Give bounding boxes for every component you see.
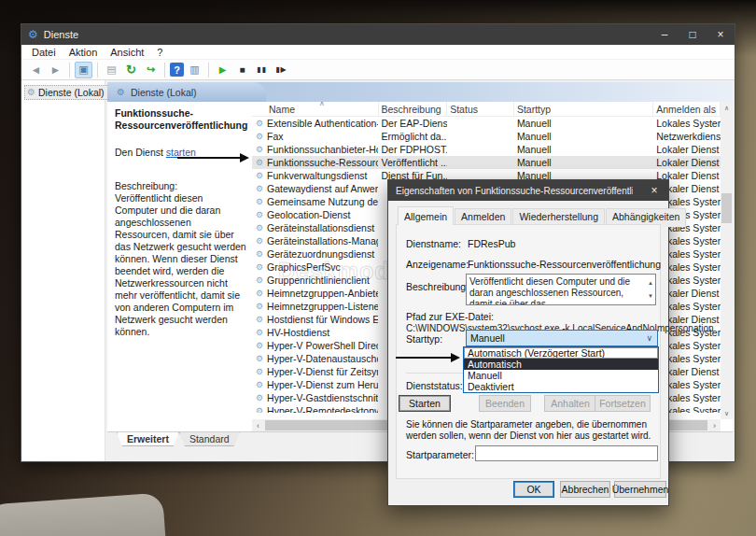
- show-description-icon[interactable]: ▥: [186, 62, 203, 78]
- close-button[interactable]: ×: [707, 24, 735, 45]
- back-icon[interactable]: ◄: [27, 62, 45, 78]
- service-icon: ⚙: [256, 289, 263, 298]
- vertical-scrollbar[interactable]: ∧ ∨: [721, 102, 733, 419]
- forward-icon[interactable]: ►: [47, 62, 64, 78]
- service-name-cell: ⚙Gerätezuordnungsdienst: [252, 248, 378, 260]
- maximize-button[interactable]: □: [679, 24, 707, 45]
- service-name: Funktionssuchanbieter-Host: [267, 144, 378, 155]
- service-name: Extensible Authentication-P...: [267, 118, 378, 129]
- dialog-titlebar: Eigenschaften von Funktionssuche-Ressour…: [388, 180, 668, 201]
- scroll-up-icon[interactable]: ∧: [721, 102, 733, 114]
- column-label: Anmelden als: [656, 104, 716, 115]
- service-name-cell: ⚙Heimnetzgruppen-Listener: [252, 301, 378, 312]
- service-cell: Manuell: [514, 131, 653, 142]
- dropdown-option-deaktiviert[interactable]: Deaktiviert: [464, 381, 658, 392]
- desk-object: [0, 492, 166, 536]
- starttyp-combobox[interactable]: Manuell ∨: [466, 330, 658, 346]
- service-cell: Veröffentlicht ...: [378, 157, 447, 168]
- startparameter-hint: Sie können die Startparameter angeben, d…: [406, 419, 654, 442]
- service-name-cell: ⚙Hyper-V-Gastdienstschnitts...: [252, 392, 378, 403]
- service-icon: ⚙: [256, 329, 263, 337]
- service-name: Gemeinsame Nutzung der I...: [267, 196, 378, 207]
- dropdown-option-automatisch[interactable]: Automatisch: [464, 359, 658, 370]
- toolbar: ◄►▣▤↻↪?▥▶■▮▮▮▶: [21, 60, 735, 80]
- column-label: Name: [269, 104, 295, 115]
- service-icon: ⚙: [256, 407, 263, 414]
- pause-service-icon[interactable]: ▮▮: [253, 62, 271, 78]
- service-row[interactable]: ⚙Funktionssuche-Ressource...Veröffentlic…: [252, 156, 721, 169]
- service-name-cell: ⚙Hyper-V-Dienst für Zeitsync...: [252, 366, 378, 377]
- view-tab-erweitert[interactable]: Erweitert: [117, 432, 179, 446]
- beschreibung-textarea[interactable]: Veröffentlicht diesen Computer und die d…: [466, 274, 656, 305]
- service-name: Hyper-V-Gastdienstschnitts...: [267, 392, 378, 403]
- service-row[interactable]: ⚙FaxErmöglicht da...ManuellNetzwerkdiens…: [252, 130, 721, 143]
- ok-button[interactable]: OK: [513, 481, 554, 498]
- panel-header-bar: ⚙ Dienste (Lokal): [107, 82, 733, 102]
- column-label: Starttyp: [517, 104, 551, 115]
- column-header-name[interactable]: Name∧: [252, 102, 379, 116]
- dialog-close-button[interactable]: ×: [640, 180, 668, 201]
- service-row[interactable]: ⚙Extensible Authentication-P...Der EAP-D…: [252, 117, 721, 130]
- service-icon: ⚙: [256, 368, 263, 376]
- starttyp-value: Manuell: [470, 332, 505, 344]
- scroll-down-icon[interactable]: ∨: [721, 407, 733, 419]
- service-name: Hyper-V-Remotedesktopvir...: [267, 405, 378, 413]
- menu-hilfe[interactable]: ?: [150, 47, 169, 58]
- menu-aktion[interactable]: Aktion: [63, 47, 105, 58]
- service-icon: ⚙: [256, 342, 263, 350]
- startparameter-input[interactable]: [475, 445, 658, 461]
- help-icon[interactable]: ?: [170, 63, 184, 77]
- service-icon: ⚙: [256, 355, 263, 363]
- show-console-window-icon[interactable]: ▣: [75, 62, 92, 78]
- export-list-icon[interactable]: ↪: [142, 62, 160, 78]
- service-icon: ⚙: [256, 198, 263, 206]
- panel-tab-label: Dienste (Lokal): [131, 87, 197, 98]
- dialog-tab-allgemein[interactable]: Allgemein: [398, 206, 454, 225]
- beschreibung-text: Veröffentlicht diesen Computer und die d…: [469, 276, 630, 305]
- starten-button[interactable]: Starten: [399, 395, 451, 412]
- vertical-scroll-thumb[interactable]: [721, 193, 732, 223]
- abbrechen-button[interactable]: Abbrechen: [560, 481, 610, 498]
- starttyp-label: Starttyp:: [406, 333, 442, 345]
- service-name: Gerätezuordnungsdienst: [267, 248, 374, 260]
- bernehmen-button[interactable]: Übernehmen: [614, 481, 666, 498]
- menu-ansicht[interactable]: Ansicht: [104, 47, 150, 58]
- tree-item-dienste-lokal[interactable]: ⚙ Dienste (Lokal): [24, 85, 109, 100]
- scroll-right-icon[interactable]: ›: [708, 419, 721, 431]
- dropdown-option-manuell[interactable]: Manuell: [464, 370, 658, 381]
- properties-icon[interactable]: ▤: [103, 62, 120, 78]
- service-cell: Lokaler Dienst: [653, 144, 721, 155]
- column-label: Status: [450, 104, 478, 115]
- service-icon: ⚙: [256, 303, 263, 311]
- column-header-starttyp[interactable]: Starttyp: [514, 102, 653, 116]
- services-node-icon: ⚙: [117, 88, 125, 97]
- column-header-beschreibung[interactable]: Beschreibung: [379, 102, 448, 116]
- dropdown-option-automatisch-verz-gerter-start[interactable]: Automatisch (Verzögerter Start): [464, 347, 658, 359]
- start-service-icon[interactable]: ▶: [214, 62, 231, 78]
- menu-datei[interactable]: Datei: [25, 47, 63, 58]
- column-header-status[interactable]: Status: [447, 102, 514, 116]
- dialog-title: Eigenschaften von Funktionssuche-Ressour…: [388, 186, 633, 196]
- minimize-button[interactable]: –: [651, 24, 679, 45]
- textarea-scroll-down-icon[interactable]: ▼: [648, 290, 653, 302]
- scroll-left-icon[interactable]: ‹: [252, 419, 264, 431]
- restart-service-icon[interactable]: ▮▶: [273, 62, 290, 78]
- window-titlebar: ⚙ Dienste – □ ×: [21, 24, 735, 45]
- service-cell: Netzwerkdienst: [653, 131, 721, 142]
- textarea-scroll-up-icon[interactable]: ▲: [648, 277, 653, 289]
- service-name: Hyper-V-Dienst zum Herun...: [267, 379, 378, 390]
- service-name: Hostdienst für Windows En...: [267, 314, 378, 325]
- view-tab-standard[interactable]: Standard: [179, 432, 240, 446]
- services-node-icon: ⚙: [27, 88, 35, 97]
- service-row[interactable]: ⚙Funktionssuchanbieter-HostDer FDPHOST..…: [252, 143, 721, 156]
- column-header-anmelden-als[interactable]: Anmelden als: [653, 102, 721, 116]
- action-prefix: Den Dienst: [115, 147, 166, 158]
- service-name: Hyper-V-Dienst für Zeitsync...: [267, 366, 378, 377]
- refresh-icon[interactable]: ↻: [122, 62, 140, 78]
- service-name: GraphicsPerfSvc: [267, 261, 341, 273]
- starttyp-dropdown: Automatisch (Verzögerter Start)Automatis…: [463, 346, 659, 393]
- tab-dienste-lokal[interactable]: ⚙ Dienste (Lokal): [107, 82, 266, 102]
- service-name-cell: ⚙Geräteinstallations-Manager: [252, 235, 378, 247]
- service-name-cell: ⚙GraphicsPerfSvc: [252, 261, 378, 273]
- stop-service-icon[interactable]: ■: [233, 62, 251, 78]
